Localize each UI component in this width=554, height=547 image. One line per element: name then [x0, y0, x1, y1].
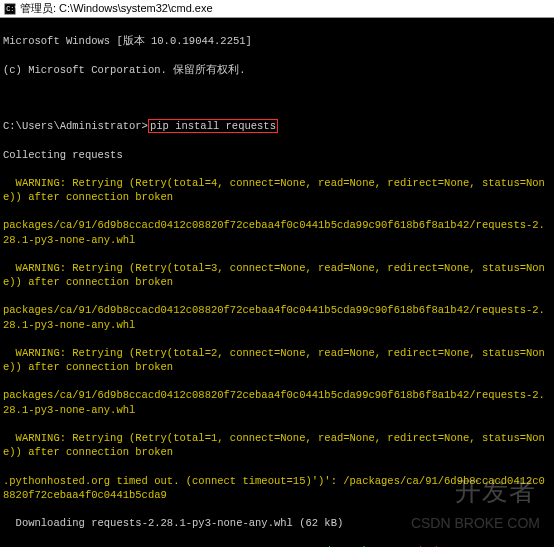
command-highlight-box: pip install requests [148, 119, 278, 133]
warning-line: packages/ca/91/6d9b8ccacd0412c08820f72ce… [3, 218, 551, 246]
download-line: Downloading requests-2.28.1-py3-none-any… [3, 516, 551, 530]
warning-line: WARNING: Retrying (Retry(total=3, connec… [3, 261, 551, 289]
terminal-output[interactable]: Microsoft Windows [版本 10.0.19044.2251] (… [0, 18, 554, 547]
prompt-line: C:\Users\Administrator>pip install reque… [3, 119, 551, 133]
warning-line: WARNING: Retrying (Retry(total=2, connec… [3, 346, 551, 374]
warning-line: WARNING: Retrying (Retry(total=4, connec… [3, 176, 551, 204]
output-line: Collecting requests [3, 148, 551, 162]
header-line: (c) Microsoft Corporation. 保留所有权利. [3, 63, 551, 77]
window-title: 管理员: C:\Windows\system32\cmd.exe [20, 1, 213, 16]
warning-line: packages/ca/91/6d9b8ccacd0412c08820f72ce… [3, 388, 551, 416]
warning-line: WARNING: Retrying (Retry(total=1, connec… [3, 431, 551, 459]
header-line: Microsoft Windows [版本 10.0.19044.2251] [3, 34, 551, 48]
blank-line [3, 91, 551, 105]
warning-line: packages/ca/91/6d9b8ccacd0412c08820f72ce… [3, 303, 551, 331]
warning-line: .pythonhosted.org timed out. (connect ti… [3, 474, 551, 502]
cmd-icon: C:\ [4, 3, 16, 15]
window-titlebar: C:\ 管理员: C:\Windows\system32\cmd.exe [0, 0, 554, 18]
svg-text:C:\: C:\ [6, 5, 16, 13]
